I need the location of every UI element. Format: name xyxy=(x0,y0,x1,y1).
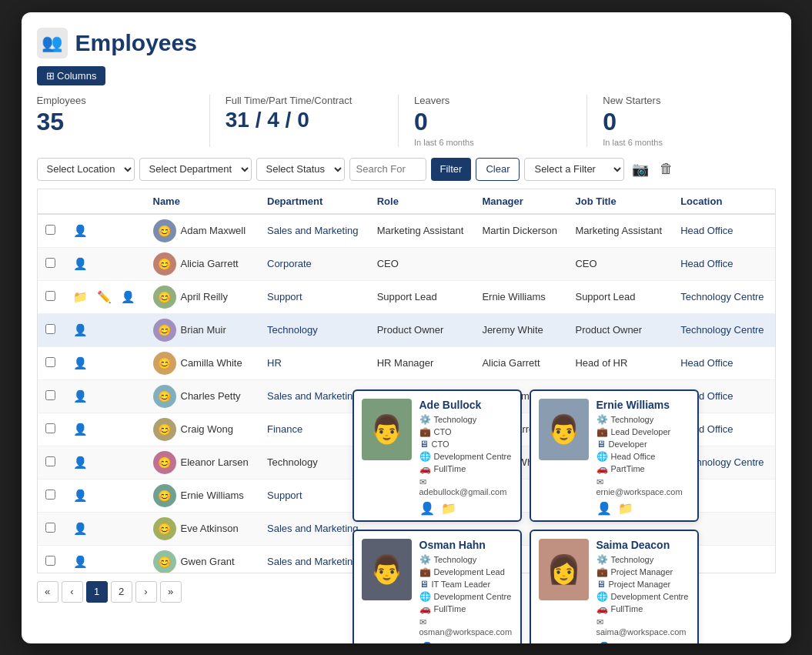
row-dept-cell[interactable]: Support xyxy=(259,280,369,313)
row-checkbox-cell[interactable] xyxy=(38,446,63,479)
status-select[interactable]: Select Status xyxy=(256,158,345,181)
row-checkbox[interactable] xyxy=(45,258,55,268)
row-user-btn[interactable]: 👤 xyxy=(119,289,138,305)
page-last-btn[interactable]: » xyxy=(160,581,182,603)
row-checkbox-cell[interactable] xyxy=(38,247,63,280)
select-filter-dropdown[interactable]: Select a Filter xyxy=(524,158,624,181)
row-dept-cell[interactable]: HR xyxy=(259,346,369,379)
location-value[interactable]: Technology Centre xyxy=(680,324,764,336)
row-user-mini-btn[interactable]: 👤 xyxy=(71,223,90,239)
row-checkbox-cell[interactable] xyxy=(38,512,63,545)
row-checkbox[interactable] xyxy=(45,556,55,566)
row-dept-cell[interactable]: Sales and Marketing xyxy=(259,214,369,248)
dept-value[interactable]: Sales and Marketing xyxy=(267,225,359,236)
page-1-btn[interactable]: 1 xyxy=(86,581,108,603)
row-dept-cell[interactable]: Corporate xyxy=(259,247,369,280)
profile-card-info: Ernie Williams ⚙️Technology 💼Lead Develo… xyxy=(596,399,690,516)
page-first-btn[interactable]: « xyxy=(37,581,58,603)
row-folder-btn[interactable]: 📁 xyxy=(71,289,90,305)
row-checkbox[interactable] xyxy=(45,225,55,235)
profile-card-photo: 👩 xyxy=(539,539,589,600)
profile-card-user-btn[interactable]: 👤 xyxy=(419,501,435,516)
dept-value[interactable]: Sales and Marketing xyxy=(267,390,359,402)
dept-value[interactable]: Corporate xyxy=(267,258,312,269)
app-window: 👥 Employees ⊞ Columns Employees 35 Full … xyxy=(22,12,791,643)
page-2-btn[interactable]: 2 xyxy=(111,581,132,603)
search-input[interactable] xyxy=(349,158,426,181)
row-checkbox[interactable] xyxy=(45,456,55,466)
row-checkbox-cell[interactable] xyxy=(38,346,63,379)
clear-button[interactable]: Clear xyxy=(476,158,520,181)
row-user-mini-btn[interactable]: 👤 xyxy=(71,521,90,536)
profile-card-user-btn[interactable]: 👤 xyxy=(596,501,612,516)
row-user-mini-btn[interactable]: 👤 xyxy=(71,356,90,371)
location-value[interactable]: Head Office xyxy=(680,258,733,269)
row-checkbox-cell[interactable] xyxy=(38,545,63,573)
row-checkbox-cell[interactable] xyxy=(38,413,63,446)
employee-name: Alicia Garrett xyxy=(181,258,239,269)
row-actions-cell: 👤 xyxy=(63,545,145,573)
row-checkbox-cell[interactable] xyxy=(38,313,63,346)
location-value[interactable]: Head Office xyxy=(680,357,733,369)
row-location-cell[interactable]: Head Office xyxy=(673,247,774,280)
profile-card-location: 🌐Development Centre xyxy=(419,591,513,602)
columns-button[interactable]: ⊞ Columns xyxy=(37,66,106,85)
delete-icon-button[interactable]: 🗑 xyxy=(657,159,677,179)
page-prev-btn[interactable]: ‹ xyxy=(62,581,83,603)
row-edit-btn[interactable]: ✏️ xyxy=(95,289,114,305)
profile-cards-overlay: 👨 Ade Bullock ⚙️Technology 💼CTO 🖥CTO 🌐De… xyxy=(353,389,699,643)
row-user-mini-btn[interactable]: 👤 xyxy=(71,322,90,338)
row-user-mini-btn[interactable]: 👤 xyxy=(71,389,90,404)
location-value[interactable]: Head Office xyxy=(680,225,733,236)
profile-card-user-btn[interactable]: 👤 xyxy=(596,641,612,643)
dept-value[interactable]: Sales and Marketing xyxy=(267,556,359,567)
profile-card-user-btn[interactable]: 👤 xyxy=(419,641,435,643)
stat-employees: Employees 35 xyxy=(37,95,209,147)
profile-card-folder-btn[interactable]: 📁 xyxy=(441,501,456,516)
row-location-cell[interactable]: Head Office xyxy=(673,346,774,379)
row-checkbox[interactable] xyxy=(45,490,55,500)
profile-card-employment: 🚗FullTime xyxy=(419,463,513,474)
row-user-mini-btn[interactable]: 👤 xyxy=(71,422,90,437)
row-location-cell[interactable]: Technology Centre xyxy=(673,280,774,313)
location-select[interactable]: Select Location xyxy=(37,158,135,181)
row-checkbox[interactable] xyxy=(45,390,55,400)
dept-value: Technology xyxy=(267,456,318,468)
row-user-mini-btn[interactable]: 👤 xyxy=(71,256,90,272)
row-checkbox[interactable] xyxy=(45,291,55,301)
row-location-cell[interactable]: Head Office xyxy=(673,214,774,248)
page-next-btn[interactable]: › xyxy=(135,581,157,603)
dept-value[interactable]: Support xyxy=(267,291,302,302)
profile-card-folder-btn[interactable]: 📁 xyxy=(618,641,633,643)
row-user-mini-btn[interactable]: 👤 xyxy=(71,455,90,470)
row-checkbox[interactable] xyxy=(45,523,55,533)
dept-value[interactable]: HR xyxy=(267,357,282,369)
location-value[interactable]: Technology Centre xyxy=(680,291,764,302)
row-name-cell: 😊 Eleanor Larsen xyxy=(145,446,260,479)
row-checkbox-cell[interactable] xyxy=(38,280,63,313)
row-checkbox-cell[interactable] xyxy=(38,214,63,248)
dept-value[interactable]: Finance xyxy=(267,423,302,435)
filter-button[interactable]: Filter xyxy=(431,158,472,181)
row-manager-cell xyxy=(474,247,567,280)
dept-value[interactable]: Technology xyxy=(267,324,318,336)
stat-new-starters: New Starters 0 In last 6 months xyxy=(586,95,775,147)
row-checkbox-cell[interactable] xyxy=(38,479,63,512)
row-location-cell[interactable]: Technology Centre xyxy=(673,313,774,346)
profile-card-folder-btn[interactable]: 📁 xyxy=(618,501,633,516)
department-select[interactable]: Select Department xyxy=(139,158,252,181)
row-name-cell: 😊 April Reilly xyxy=(145,280,260,313)
camera-icon-button[interactable]: 📷 xyxy=(629,159,652,179)
dept-value[interactable]: Support xyxy=(267,490,302,501)
profile-card-folder-btn[interactable]: 📁 xyxy=(441,641,456,643)
row-checkbox[interactable] xyxy=(45,324,55,334)
row-user-mini-btn[interactable]: 👤 xyxy=(71,488,90,503)
row-dept-cell[interactable]: Technology xyxy=(259,313,369,346)
profile-card-email: ✉ osman@workspace.com xyxy=(419,617,513,637)
row-checkbox-cell[interactable] xyxy=(38,379,63,413)
row-user-mini-btn[interactable]: 👤 xyxy=(71,554,90,570)
row-checkbox[interactable] xyxy=(45,423,55,433)
row-checkbox[interactable] xyxy=(45,357,55,367)
profile-card-dept: ⚙️Technology xyxy=(596,554,690,565)
dept-value[interactable]: Sales and Marketing xyxy=(267,523,359,534)
